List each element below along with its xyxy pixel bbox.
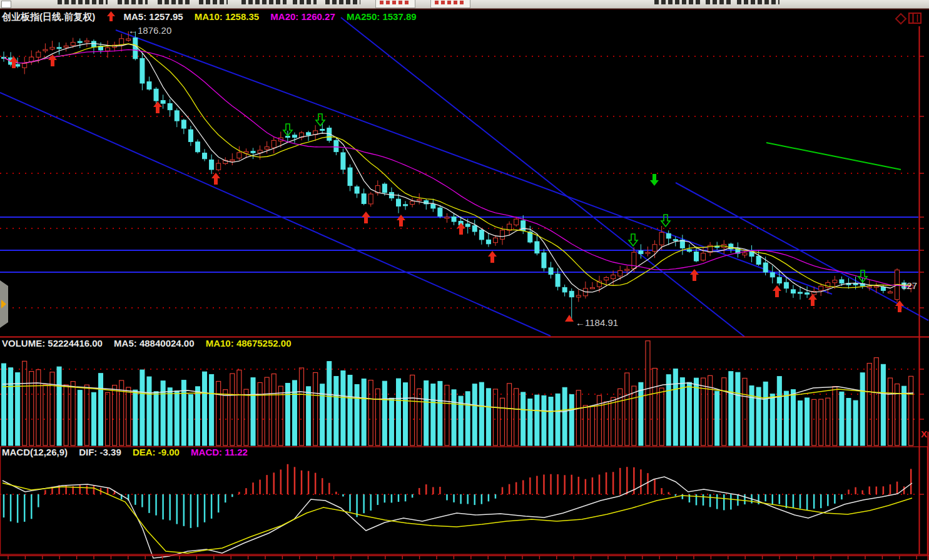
- ma10-value: MA10: 1258.35: [195, 11, 259, 22]
- main-chart-region[interactable]: [0, 9, 929, 336]
- macd-name: MACD(12,26,9): [2, 447, 68, 457]
- macd-header: MACD(12,26,9) DIF: -3.39 DEA: -9.00 MACD…: [2, 447, 256, 457]
- ma5-value: MA5: 1257.95: [124, 11, 183, 22]
- up-arrow-icon: [106, 11, 116, 22]
- high-price-label: ←1876.20: [128, 25, 171, 36]
- dea-value: DEA: -9.00: [133, 447, 180, 457]
- expand-arrow-icon: [1, 300, 6, 308]
- volume-region[interactable]: [0, 337, 929, 446]
- symbol-title: 创业板指(日线.前复权): [2, 11, 95, 22]
- ma20-value: MA20: 1260.27: [270, 11, 335, 22]
- panel-expand-handle[interactable]: [0, 280, 8, 328]
- volume-ma10-value: MA10: 48675252.00: [206, 338, 292, 349]
- trading-app-window: 创业板指(日线.前复权) MA5: 1257.95 MA10: 1258.35 …: [0, 0, 929, 560]
- macd-region[interactable]: [0, 447, 929, 554]
- dif-value: DIF: -3.39: [79, 447, 121, 457]
- volume-header: VOLUME: 52224416.00 MA5: 48840024.00 MA1…: [2, 338, 300, 349]
- low-price-label: ←1184.91: [576, 317, 618, 328]
- macd-value: MACD: 11.22: [191, 447, 248, 457]
- last-price-label: 127: [901, 280, 917, 291]
- main-chart-header: 创业板指(日线.前复权) MA5: 1257.95 MA10: 1258.35 …: [2, 11, 425, 23]
- close-pane-button[interactable]: X: [921, 429, 929, 439]
- volume-value: VOLUME: 52224416.00: [2, 338, 103, 349]
- volume-ma5-value: MA5: 48840024.00: [114, 338, 194, 349]
- ma250-value: MA250: 1537.89: [347, 11, 417, 22]
